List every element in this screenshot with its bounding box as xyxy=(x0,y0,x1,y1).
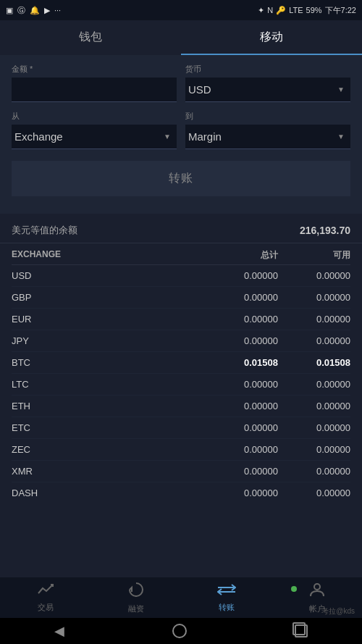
transfer-label: 转账 xyxy=(219,602,235,613)
status-left-icons: ▣ Ⓖ 🔔 ▶ ··· xyxy=(6,5,61,16)
key-icon: 🔑 xyxy=(276,6,286,15)
row-currency-name: USD xyxy=(12,270,198,281)
table-row: JPY 0.00000 0.00000 xyxy=(12,330,350,352)
from-select-display: Exchange ▼ xyxy=(12,125,177,149)
amount-label: 金额 * xyxy=(12,64,177,75)
transfer-btn-wrapper: 转账 xyxy=(12,158,350,202)
row-total: 0.00000 xyxy=(198,488,278,497)
row-available: 0.00000 xyxy=(278,270,350,281)
table-row: ETC 0.00000 0.00000 xyxy=(12,417,350,439)
amount-input[interactable] xyxy=(12,78,177,102)
to-select[interactable]: Margin ▼ xyxy=(185,125,350,149)
trade-icon xyxy=(38,583,54,600)
table-row: DASH 0.00000 0.00000 xyxy=(12,482,350,497)
row-currency-name: GBP xyxy=(12,292,198,303)
table-section: EXCHANGE 总计 可用 USD 0.00000 0.00000 GBP 0… xyxy=(0,243,362,497)
row-currency-name: DASH xyxy=(12,488,198,497)
battery-icon: 59% xyxy=(306,6,322,14)
row-currency-name: LTC xyxy=(12,379,198,390)
to-select-display: Margin ▼ xyxy=(185,125,350,149)
row-currency-name: ETH xyxy=(12,401,198,411)
top-tab-bar: 钱包 移动 xyxy=(0,20,362,55)
row-total: 0.00000 xyxy=(198,466,278,477)
row-available: 0.01508 xyxy=(278,357,350,368)
table-row: EUR 0.00000 0.00000 xyxy=(12,309,350,330)
balance-label: 美元等值的余额 xyxy=(12,224,77,237)
svg-point-2 xyxy=(314,584,320,590)
table-row: BTC 0.01508 0.01508 xyxy=(12,352,350,374)
row-total: 0.00000 xyxy=(198,335,278,346)
tab-move[interactable]: 移动 xyxy=(181,20,362,55)
bottom-nav: 交易 融资 转账 帐户 xyxy=(0,577,362,618)
total-header: 总计 xyxy=(198,249,278,262)
row-currency-name: ETC xyxy=(12,422,198,433)
online-status-dot xyxy=(291,586,297,592)
nav-fund[interactable]: 融资 xyxy=(90,582,181,614)
row-total: 0.00000 xyxy=(198,401,278,411)
row-currency-name: JPY xyxy=(12,335,198,346)
status-bar: ▣ Ⓖ 🔔 ▶ ··· ✦ N 🔑 LTE 59% 下午7:22 xyxy=(0,0,362,20)
icon-play: ▶ xyxy=(44,6,50,15)
row-total: 0.00000 xyxy=(198,314,278,325)
icon-bell: 🔔 xyxy=(30,6,40,15)
table-row: XMR 0.00000 0.00000 xyxy=(12,461,350,482)
status-right-icons: ✦ N 🔑 LTE 59% 下午7:22 xyxy=(258,5,356,16)
transfer-button[interactable]: 转账 xyxy=(12,161,350,196)
icon-g: Ⓖ xyxy=(17,5,25,16)
nav-transfer[interactable]: 转账 xyxy=(181,583,272,613)
currency-label: 货币 xyxy=(185,64,350,75)
row-total: 0.00000 xyxy=(198,422,278,433)
table-row: ZEC 0.00000 0.00000 xyxy=(12,439,350,461)
row-total: 0.01508 xyxy=(198,357,278,368)
icon-dots: ··· xyxy=(54,6,61,14)
row-available: 0.00000 xyxy=(278,488,350,497)
table-row: GBP 0.00000 0.00000 xyxy=(12,287,350,309)
row-available: 0.00000 xyxy=(278,401,350,411)
from-to-row: 从 Exchange ▼ 到 Margin ▼ xyxy=(12,111,350,149)
fund-label: 融资 xyxy=(128,603,144,614)
balance-value: 216,193.70 xyxy=(300,225,350,236)
currency-chevron-icon: ▼ xyxy=(337,85,345,93)
balance-section: 美元等值的余额 216,193.70 xyxy=(0,214,362,243)
row-available: 0.00000 xyxy=(278,292,350,303)
from-label: 从 xyxy=(12,111,177,122)
recents-button[interactable] xyxy=(295,624,308,637)
table-body: USD 0.00000 0.00000 GBP 0.00000 0.00000 … xyxy=(12,265,350,497)
from-group: 从 Exchange ▼ xyxy=(12,111,177,149)
row-available: 0.00000 xyxy=(278,422,350,433)
row-available: 0.00000 xyxy=(278,314,350,325)
nav-trade[interactable]: 交易 xyxy=(0,583,90,613)
watermark: 考拉@kds xyxy=(321,606,355,616)
row-currency-name: ZEC xyxy=(12,444,198,455)
nfc-icon: N xyxy=(267,6,273,14)
back-button[interactable]: ◀ xyxy=(54,623,64,639)
row-available: 0.00000 xyxy=(278,466,350,477)
row-total: 0.00000 xyxy=(198,379,278,390)
from-select[interactable]: Exchange ▼ xyxy=(12,125,177,149)
exchange-label: EXCHANGE xyxy=(12,249,198,262)
from-chevron-icon: ▼ xyxy=(164,133,171,141)
available-header: 可用 xyxy=(278,249,350,262)
currency-group: 货币 USD ▼ xyxy=(185,64,350,102)
table-header: EXCHANGE 总计 可用 xyxy=(12,243,350,265)
tab-wallet[interactable]: 钱包 xyxy=(0,20,181,55)
row-total: 0.00000 xyxy=(198,292,278,303)
table-row: USD 0.00000 0.00000 xyxy=(12,265,350,287)
bluetooth-icon: ✦ xyxy=(258,6,264,15)
account-icon xyxy=(309,582,325,601)
currency-select[interactable]: USD ▼ xyxy=(185,78,350,102)
time-display: 下午7:22 xyxy=(325,5,356,16)
android-nav-bar: ◀ xyxy=(0,618,362,644)
row-available: 0.00000 xyxy=(278,444,350,455)
home-button[interactable] xyxy=(172,624,187,638)
row-available: 0.00000 xyxy=(278,335,350,346)
icon-square: ▣ xyxy=(6,6,13,15)
transfer-icon xyxy=(217,583,236,600)
fund-icon xyxy=(128,582,144,601)
trade-label: 交易 xyxy=(38,602,54,613)
lte-icon: LTE xyxy=(289,6,303,14)
row-currency-name: BTC xyxy=(12,357,198,368)
row-currency-name: EUR xyxy=(12,314,198,325)
row-currency-name: XMR xyxy=(12,466,198,477)
row-available: 0.00000 xyxy=(278,379,350,390)
